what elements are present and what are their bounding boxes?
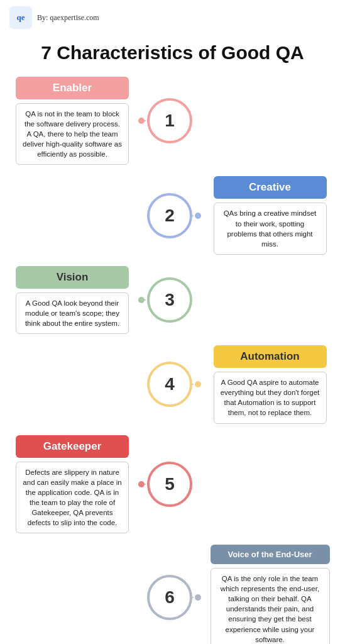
circle-5: 5 xyxy=(147,462,192,507)
label-creative: Creative xyxy=(214,176,327,199)
center-3: 3 xyxy=(138,277,201,323)
row-4: 4 Automation A Good QA aspire to automat… xyxy=(6,345,339,423)
label-automation: Automation xyxy=(214,345,327,368)
circle-6: 6 xyxy=(147,575,192,620)
center-1: 1 xyxy=(138,98,201,143)
label-enabler: Enabler xyxy=(16,77,129,99)
header: qe By: qaexpertise.com xyxy=(0,0,345,35)
circle-2: 2 xyxy=(147,193,192,238)
item-5-left: Gatekeeper Defects are slippery in natur… xyxy=(6,435,138,534)
item-6-right: Voice of the End-User QA is the only rol… xyxy=(201,545,339,644)
attribution: By: qaexpertise.com xyxy=(37,13,99,23)
label-voice: Voice of the End-User xyxy=(211,545,330,564)
desc-voice: QA is the only role in the team which re… xyxy=(211,568,330,644)
circle-4: 4 xyxy=(147,362,192,407)
page-title: 7 Characteristics of Good QA xyxy=(25,42,320,64)
item-2-right: Creative QAs bring a creative mindset to… xyxy=(201,176,339,254)
center-4: 4 xyxy=(138,362,201,407)
item-3-left: Vision A Good QA look beyond their modul… xyxy=(6,266,138,334)
label-vision: Vision xyxy=(16,266,129,289)
row-2: 2 Creative QAs bring a creative mindset … xyxy=(6,176,339,254)
desc-gatekeeper: Defects are slippery in nature and can e… xyxy=(16,462,129,534)
center-2: 2 xyxy=(138,193,201,238)
center-6: 6 xyxy=(138,575,201,620)
item-4-right: Automation A Good QA aspire to automate … xyxy=(201,345,339,423)
desc-vision: A Good QA look beyond their module or te… xyxy=(16,292,129,334)
row-5: Gatekeeper Defects are slippery in natur… xyxy=(6,435,339,534)
row-6: 6 Voice of the End-User QA is the only r… xyxy=(6,545,339,644)
center-5: 5 xyxy=(138,462,201,507)
circle-1: 1 xyxy=(147,98,192,143)
item-1-left: Enabler QA is not in the team to block t… xyxy=(6,77,138,165)
logo: qe xyxy=(9,6,32,29)
page-wrapper: qe By: qaexpertise.com 7 Characteristics… xyxy=(0,0,345,644)
infographic: Enabler QA is not in the team to block t… xyxy=(0,77,345,644)
row-3: Vision A Good QA look beyond their modul… xyxy=(6,266,339,334)
desc-creative: QAs bring a creative mindset to their wo… xyxy=(214,203,327,254)
desc-automation: A Good QA aspire to automate everything … xyxy=(214,372,327,423)
circle-3: 3 xyxy=(147,277,192,323)
desc-enabler: QA is not in the team to block the softw… xyxy=(16,103,129,165)
logo-text: qe xyxy=(17,13,25,23)
row-1: Enabler QA is not in the team to block t… xyxy=(6,77,339,165)
label-gatekeeper: Gatekeeper xyxy=(16,435,129,458)
